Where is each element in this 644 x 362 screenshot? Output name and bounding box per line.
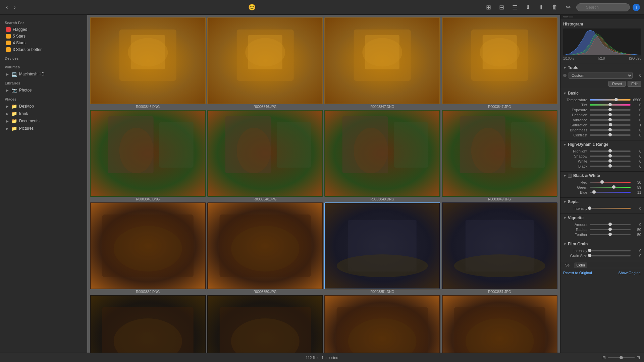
- sidebar-item-5stars[interactable]: 5 Stars: [1, 33, 86, 40]
- white-thumb[interactable]: [608, 159, 612, 163]
- exposure-thumb[interactable]: [608, 108, 612, 111]
- photo-thumb-4[interactable]: [442, 17, 558, 104]
- white-slider[interactable]: [590, 161, 631, 162]
- delete-button[interactable]: 🗑: [549, 2, 560, 12]
- blue-slider[interactable]: [590, 192, 631, 193]
- shadow-thumb[interactable]: [608, 154, 612, 158]
- photo-thumb-2[interactable]: [207, 17, 323, 104]
- se-tab[interactable]: Se: [563, 262, 572, 268]
- photo-cell-1[interactable]: R0003846.DNG: [90, 17, 206, 109]
- revert-to-original-button[interactable]: Revert to Original: [563, 271, 592, 275]
- photo-thumb-13[interactable]: [90, 295, 206, 353]
- vignette-section-header[interactable]: ▼ Vignette: [560, 214, 644, 222]
- show-original-button[interactable]: Show Original: [619, 271, 641, 275]
- temperature-slider[interactable]: [590, 99, 631, 101]
- hdr-section-header[interactable]: ▼ High-Dynamic Range: [560, 140, 644, 148]
- exposure-slider[interactable]: [590, 109, 631, 111]
- vibrance-thumb[interactable]: [608, 118, 612, 121]
- photo-thumb-6[interactable]: [207, 110, 323, 197]
- definition-slider[interactable]: [590, 114, 631, 116]
- edit-mode-button[interactable]: ✏: [563, 2, 574, 12]
- photo-thumb-15[interactable]: [324, 295, 440, 353]
- photo-thumb-1[interactable]: [90, 17, 206, 104]
- bw-section-header[interactable]: ▼ Black & White: [560, 172, 644, 180]
- brightness-slider[interactable]: [590, 129, 631, 131]
- photo-thumb-12[interactable]: [442, 202, 558, 289]
- film-grain-section-header[interactable]: ▼ Film Grain: [560, 240, 644, 248]
- photo-cell-12[interactable]: R0003851.JPG: [442, 202, 558, 294]
- back-button[interactable]: ‹: [4, 3, 10, 12]
- definition-thumb[interactable]: [608, 113, 612, 116]
- sepia-intensity-slider[interactable]: [590, 208, 631, 209]
- sidebar-item-photos[interactable]: ▶ 📷 Photos: [1, 86, 86, 94]
- photo-thumb-9[interactable]: [90, 202, 206, 289]
- green-slider[interactable]: [590, 187, 631, 188]
- saturation-thumb[interactable]: [609, 123, 612, 126]
- sepia-intensity-thumb[interactable]: [588, 206, 591, 210]
- photo-thumb-3[interactable]: [324, 17, 440, 104]
- photo-cell-15[interactable]: R0003853.DNG: [324, 295, 440, 353]
- zoom-slider[interactable]: [608, 357, 635, 358]
- compare-view-button[interactable]: ⊟: [496, 2, 507, 12]
- zoom-slider-thumb[interactable]: [620, 356, 623, 359]
- info-button[interactable]: i: [633, 4, 640, 11]
- red-slider[interactable]: [590, 182, 631, 183]
- sidebar-item-3stars[interactable]: 3 Stars or better: [1, 46, 86, 53]
- black-slider[interactable]: [590, 166, 631, 167]
- blue-thumb[interactable]: [592, 190, 596, 194]
- vignette-amount-slider[interactable]: [590, 224, 631, 225]
- vibrance-slider[interactable]: [590, 119, 631, 121]
- sidebar-item-desktop[interactable]: ▶ 📁 Desktop: [1, 103, 86, 110]
- sepia-section-header[interactable]: ▼ Sepia: [560, 198, 644, 206]
- photo-cell-14[interactable]: R0003852.JPG: [207, 295, 323, 353]
- photo-cell-8[interactable]: R0003849.JPG: [442, 110, 558, 201]
- shadow-slider[interactable]: [590, 156, 631, 157]
- share-button[interactable]: ⬆: [536, 2, 546, 12]
- photo-cell-6[interactable]: R0003848.JPG: [207, 110, 323, 201]
- photo-cell-4[interactable]: R0003847.JPG: [442, 17, 558, 109]
- grain-intensity-slider[interactable]: [590, 250, 631, 251]
- status-grid-icon[interactable]: ⊞: [602, 355, 606, 360]
- photo-cell-2[interactable]: R0003846.JPG: [207, 17, 323, 109]
- temperature-thumb[interactable]: [614, 98, 618, 101]
- photo-cell-13[interactable]: R0003852.DNG: [90, 295, 206, 353]
- sidebar-item-documents[interactable]: ▶ 📁 Documents: [1, 117, 86, 125]
- highlight-thumb[interactable]: [608, 149, 612, 153]
- sidebar-item-4stars[interactable]: 4 Stars: [1, 40, 86, 46]
- tint-thumb[interactable]: [608, 103, 612, 106]
- tint-slider[interactable]: [590, 104, 631, 106]
- contrast-slider[interactable]: [590, 134, 631, 136]
- right-tab-1[interactable]: [563, 16, 568, 17]
- tools-custom-dropdown[interactable]: Custom: [569, 72, 633, 79]
- vignette-radius-slider[interactable]: [590, 229, 631, 230]
- vignette-feather-slider[interactable]: [590, 234, 631, 235]
- sidebar-item-frank[interactable]: ▶ 📁 frank: [1, 110, 86, 117]
- photo-thumb-16[interactable]: [442, 295, 558, 353]
- photo-cell-11[interactable]: R0003851.DNG: [324, 202, 440, 294]
- right-tab-2[interactable]: [569, 16, 573, 17]
- vignette-feather-thumb[interactable]: [608, 233, 612, 236]
- photo-cell-9[interactable]: R0003850.DNG: [90, 202, 206, 294]
- photo-cell-5[interactable]: R0003848.DNG: [90, 110, 206, 201]
- photo-thumb-10[interactable]: [207, 202, 323, 289]
- photo-thumb-11[interactable]: [324, 202, 440, 289]
- forward-button[interactable]: ›: [12, 3, 17, 12]
- photo-thumb-8[interactable]: [442, 110, 558, 197]
- grain-size-thumb[interactable]: [588, 254, 591, 257]
- photo-cell-10[interactable]: R0003850.JPG: [207, 202, 323, 294]
- photo-cell-7[interactable]: R0003849.DNG: [324, 110, 440, 201]
- edit-button[interactable]: Edit: [628, 81, 641, 87]
- grain-intensity-thumb[interactable]: [588, 249, 591, 252]
- sidebar-item-flagged[interactable]: Flagged: [1, 26, 86, 33]
- reset-button[interactable]: Reset: [608, 81, 626, 87]
- red-thumb[interactable]: [600, 180, 604, 184]
- black-thumb[interactable]: [608, 164, 612, 168]
- photo-thumb-7[interactable]: [324, 110, 440, 197]
- photo-cell-3[interactable]: R0003847.DNG: [324, 17, 440, 109]
- import-button[interactable]: ⬇: [523, 2, 533, 12]
- vignette-amount-thumb[interactable]: [608, 223, 612, 226]
- green-thumb[interactable]: [612, 185, 615, 189]
- photo-thumb-5[interactable]: [90, 110, 206, 197]
- bw-checkbox[interactable]: [568, 174, 572, 178]
- photo-cell-16[interactable]: R0003853.JPG: [442, 295, 558, 353]
